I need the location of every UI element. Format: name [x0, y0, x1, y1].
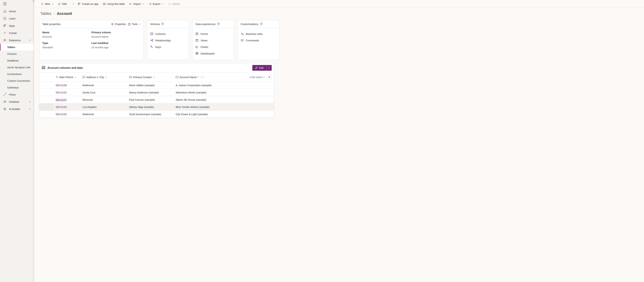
- info-icon[interactable]: [162, 22, 164, 25]
- row-selector[interactable]: [39, 82, 53, 89]
- cell-account[interactable]: Alpine Ski House (sample): [176, 98, 206, 101]
- cmd-edit[interactable]: Edit: [56, 1, 68, 7]
- svg-point-16: [5, 102, 5, 102]
- cell-contact[interactable]: Scott Konersmann (sample): [129, 113, 161, 116]
- cell-phone[interactable]: 555-0155: [56, 113, 67, 116]
- cell-city[interactable]: Missoula: [82, 98, 93, 101]
- svg-point-11: [4, 39, 6, 41]
- nav-synapse[interactable]: Azure Synapse Link: [0, 64, 34, 71]
- nav-gateways-label: Gateways: [7, 86, 19, 89]
- link-relationships[interactable]: Relationships: [150, 37, 186, 43]
- cell-city[interactable]: Redmond: [82, 84, 94, 87]
- divider: [70, 2, 70, 6]
- nav-custom-connectors[interactable]: Custom Connectors: [0, 77, 34, 84]
- table-row[interactable]: 555-0158 Redmond Rene Valdes (sample) A.…: [39, 82, 274, 89]
- row-selector[interactable]: [39, 89, 53, 96]
- ai-builder-icon: [3, 107, 6, 111]
- import-icon: [129, 2, 132, 5]
- col-header-contact[interactable]: Primary Contact: [129, 76, 171, 79]
- sidebar-scrollbar-thumb[interactable]: [33, 0, 34, 2]
- cell-contact[interactable]: Sidney Higa (sample): [129, 106, 154, 108]
- table-row[interactable]: 555-0155 Redmond Scott Konersmann (sampl…: [39, 111, 274, 118]
- nav-connections[interactable]: Connections: [0, 71, 34, 77]
- svg-rect-58: [196, 54, 198, 54]
- cmd-create-app[interactable]: Create an app: [76, 1, 100, 7]
- info-icon[interactable]: [260, 22, 262, 25]
- action-tools[interactable]: Tools: [128, 23, 140, 25]
- flow-icon: [3, 93, 6, 96]
- nav-ai-builder[interactable]: AI Builder: [0, 105, 34, 113]
- row-selector[interactable]: [39, 111, 53, 118]
- chevron-right-icon: ›: [54, 11, 55, 16]
- prop-primary-label: Primary column: [92, 31, 141, 34]
- cmd-import[interactable]: Import: [128, 1, 146, 7]
- cell-account[interactable]: Adventure Works (sample): [176, 91, 206, 94]
- nav-dataverse-label: Dataverse: [9, 39, 21, 42]
- nav-dataflows[interactable]: Dataflows: [0, 57, 34, 64]
- edit-data-button[interactable]: Edit: [252, 65, 272, 71]
- link-forms[interactable]: Forms: [196, 31, 231, 37]
- cell-phone[interactable]: 555-0157: [56, 98, 67, 101]
- cmd-export-label: Export: [153, 2, 160, 5]
- link-dashboards[interactable]: Dashboards: [196, 50, 231, 56]
- cell-city[interactable]: Santa Cruz: [82, 91, 96, 94]
- nav-gateways[interactable]: Gateways: [0, 84, 34, 91]
- more-columns-button[interactable]: +152 more: [250, 76, 264, 79]
- row-selector[interactable]: [39, 103, 53, 111]
- nav-flows[interactable]: Flows: [0, 91, 34, 98]
- link-commands[interactable]: Commands: [240, 37, 276, 43]
- nav-home[interactable]: Home: [0, 7, 34, 15]
- cell-phone[interactable]: 555-0158: [56, 84, 67, 87]
- svg-rect-34: [128, 24, 130, 25]
- nav-create[interactable]: Create: [0, 29, 34, 36]
- link-charts[interactable]: Charts: [196, 44, 231, 50]
- plus-icon: [41, 2, 44, 5]
- table-row[interactable]: 555-0157 Missoula Paul Cannon (sample) A…: [39, 96, 274, 103]
- nav-learn[interactable]: Learn: [0, 15, 34, 22]
- svg-rect-21: [80, 3, 80, 4]
- action-properties[interactable]: Properties: [111, 23, 126, 25]
- columns-icon: Abc: [150, 32, 153, 35]
- nav-chatbots[interactable]: Chatbots: [0, 98, 34, 105]
- link-keys[interactable]: Keys: [150, 44, 186, 50]
- cell-city[interactable]: Redmond: [82, 113, 94, 116]
- table-row[interactable]: 555-0152 Santa Cruz Nancy Anderson (samp…: [39, 89, 274, 96]
- svg-line-44: [151, 40, 152, 41]
- cell-city[interactable]: Los Angeles: [82, 106, 97, 108]
- cell-phone[interactable]: 555-0152: [56, 91, 67, 94]
- add-column-button[interactable]: [267, 75, 272, 79]
- col-header-phone[interactable]: Main Phone: [56, 76, 78, 79]
- cell-phone[interactable]: 555-0154: [56, 106, 67, 108]
- link-views[interactable]: Views: [196, 37, 231, 43]
- edit-data-split[interactable]: [266, 65, 272, 71]
- cell-contact[interactable]: Paul Cannon (sample): [129, 98, 155, 101]
- content-scroll[interactable]: Tables › Account Table properties Proper…: [34, 8, 644, 282]
- nav-tables[interactable]: Tables: [0, 44, 34, 50]
- svg-point-15: [4, 102, 5, 102]
- cell-contact[interactable]: Nancy Anderson (sample): [129, 91, 159, 94]
- hamburger-button[interactable]: [0, 0, 34, 7]
- col-header-city[interactable]: Abc Address 1: City: [82, 76, 124, 79]
- link-business-rules[interactable]: Business rules: [240, 31, 276, 37]
- cmd-edit-split[interactable]: [71, 1, 75, 7]
- svg-rect-51: [196, 33, 198, 35]
- nav-choices[interactable]: Choices: [0, 50, 34, 57]
- cell-account[interactable]: Blue Yonder Airlines (sample): [176, 106, 210, 108]
- cell-account[interactable]: A. Datum Corporation (sample): [176, 84, 212, 87]
- col-header-account[interactable]: Abc Account Name * ↑: [176, 76, 218, 79]
- nav-apps[interactable]: Apps: [0, 22, 34, 29]
- svg-rect-7: [4, 26, 5, 27]
- info-icon[interactable]: [217, 22, 220, 25]
- link-commands-label: Commands: [246, 39, 259, 42]
- cmd-export[interactable]: Export: [147, 1, 165, 7]
- cmd-using-table[interactable]: Using this table: [101, 1, 126, 7]
- breadcrumb-parent[interactable]: Tables: [40, 11, 52, 16]
- cell-contact[interactable]: Rene Valdes (sample): [129, 84, 154, 87]
- chevron-down-icon: [268, 67, 270, 69]
- cmd-new[interactable]: New: [39, 1, 55, 7]
- cell-account[interactable]: City Power & Light (sample): [176, 113, 208, 116]
- link-columns[interactable]: Abc Columns: [150, 31, 186, 37]
- nav-dataverse[interactable]: Dataverse: [0, 36, 34, 44]
- row-selector[interactable]: [39, 96, 53, 103]
- table-row[interactable]: 555-0154 Los Angeles Sidney Higa (sample…: [39, 103, 274, 111]
